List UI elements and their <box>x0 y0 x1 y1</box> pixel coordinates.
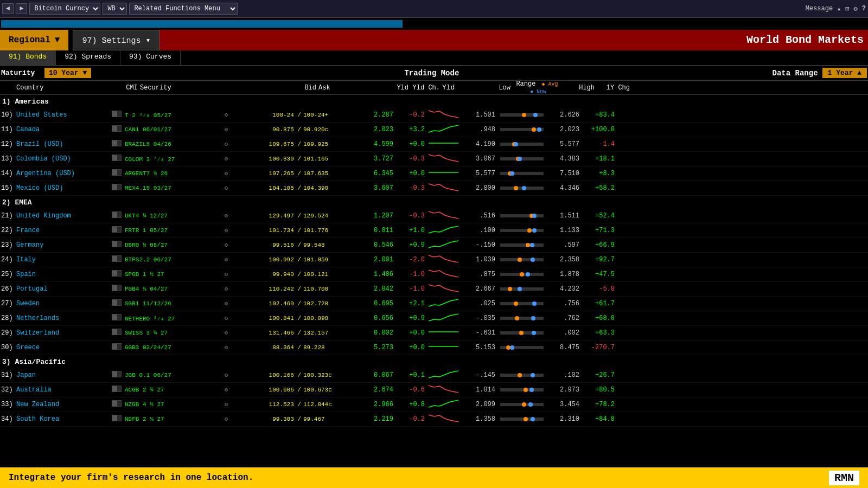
row-chart <box>427 397 459 412</box>
row-num: 11) <box>1 126 16 133</box>
row-1ychg: +84.8 <box>582 415 617 423</box>
row-chart <box>427 166 459 181</box>
row-chart <box>427 311 459 325</box>
row-cmi <box>108 169 125 178</box>
row-yld-ch: -0.2 <box>395 415 427 423</box>
row-low: 5.577 <box>459 170 497 177</box>
row-yld: 2.674 <box>363 386 395 394</box>
row-yld: 2.287 <box>363 111 395 119</box>
row-num: 10) <box>1 111 16 119</box>
help-icon[interactable]: ? <box>862 5 866 12</box>
row-country: Brazil (USD) <box>16 140 108 148</box>
table-row[interactable]: 13) Colombia (USD) COLOM 3 ⁷⁄₈ 27 ⊙ 100.… <box>0 152 868 166</box>
row-chart <box>427 412 459 426</box>
settings-button[interactable]: 97) Settings ▾ <box>73 30 159 50</box>
mode-select[interactable]: WB <box>103 3 127 15</box>
star-icon[interactable]: ★ <box>837 5 841 13</box>
table-row[interactable]: 23) Germany DBR0 ½ 08/27 ⊙ 99.516 / 99.5… <box>0 238 868 253</box>
ticker-select[interactable]: Bitcoin Curncy <box>29 3 100 15</box>
row-yld: 4.599 <box>363 140 395 148</box>
tab-bonds[interactable]: 91) Bonds <box>0 50 56 65</box>
table-row[interactable]: 10) United States T 2 ³⁄₈ 05/27 ⊙ 100-24… <box>0 108 868 123</box>
table-row[interactable]: 22) France FRTR 1 05/27 ⊙ 101.734 / 101.… <box>0 223 868 238</box>
table-row[interactable]: 29) Switzerland SWISS 3 ¼ 27 ⊙ 131.466 /… <box>0 326 868 341</box>
row-cmi <box>108 155 125 163</box>
table-row[interactable]: 31) Japan JGB 0.1 06/27 ⊙ 100.166 / 100.… <box>0 368 868 383</box>
table-row[interactable]: 25) Spain SPGB 1 ½ 27 ⊙ 99.940 / 100.121… <box>0 267 868 282</box>
row-yld: 2.966 <box>363 401 395 408</box>
row-high: 4.232 <box>546 285 582 293</box>
table-row[interactable]: 21) United Kingdom UKT4 ¼ 12/27 ⊙ 129.49… <box>0 209 868 223</box>
row-country: Canada <box>16 126 108 133</box>
window-icon[interactable]: ⊞ <box>845 5 849 13</box>
maturity-value[interactable]: 10 Year ▼ <box>44 68 91 78</box>
row-chart <box>427 267 459 281</box>
row-1ychg: +18.1 <box>582 155 617 163</box>
row-country: Switzerland <box>16 329 108 337</box>
table-row[interactable]: 26) Portugal PGB4 ⅛ 04/27 ⊙ 110.242 / 11… <box>0 282 868 297</box>
row-icon: ⊙ <box>220 256 233 263</box>
row-icon: ⊙ <box>220 372 233 378</box>
forward-button[interactable]: ► <box>16 3 27 14</box>
gear-icon[interactable]: ⚙ <box>854 5 858 13</box>
row-country: Australia <box>16 386 108 394</box>
row-high: 3.454 <box>546 401 582 408</box>
tab-spreads[interactable]: 92) Spreads <box>56 50 120 65</box>
row-security: MEX4.15 03/27 <box>125 185 220 191</box>
row-yld-ch: +1.0 <box>395 227 427 234</box>
row-cmi <box>108 184 125 192</box>
row-chart <box>427 297 459 311</box>
row-icon: ⊙ <box>220 300 233 307</box>
table-row[interactable]: 33) New Zealand NZGB 4 ½ 27 ⊙ 112.523 / … <box>0 397 868 412</box>
row-num: 24) <box>1 256 16 264</box>
row-yld-ch: -0.6 <box>395 386 427 394</box>
row-bid: 112.523 / <box>233 401 303 408</box>
table-row[interactable]: 28) Netherlands NETHERO ³⁄₄ 27 ⊙ 100.841… <box>0 311 868 326</box>
country-col-header: Country <box>16 84 124 92</box>
table-row[interactable]: 27) Sweden SGB1 11/12/26 ⊙ 102.469 / 102… <box>0 297 868 311</box>
row-yld: 2.219 <box>363 415 395 423</box>
row-range <box>497 271 546 279</box>
row-yld: 0.811 <box>363 227 395 234</box>
table-row[interactable]: 14) Argentina (USD) ARGENT7 ½ 26 ⊙ 107.2… <box>0 166 868 181</box>
table-row[interactable]: 32) Australia ACGB 2 ¾ 27 ⊙ 100.606 / 10… <box>0 383 868 397</box>
back-button[interactable]: ◄ <box>2 3 14 14</box>
row-ask: 89.228 <box>303 344 363 351</box>
row-low: .025 <box>459 300 497 307</box>
row-country: Japan <box>16 371 108 379</box>
row-1ychg: +52.4 <box>582 212 617 220</box>
row-yld: 0.656 <box>363 314 395 322</box>
row-chart <box>427 253 459 267</box>
table-row[interactable]: 34) South Korea NDFB 2 ⅛ 27 ⊙ 99.303 / 9… <box>0 412 868 427</box>
tab-curves[interactable]: 93) Curves <box>120 50 181 65</box>
row-security: JGB 0.1 06/27 <box>125 372 220 378</box>
row-chart <box>427 209 459 223</box>
row-yld-ch: -1.0 <box>395 285 427 293</box>
row-high: .002 <box>546 329 582 337</box>
row-yld: 0.695 <box>363 300 395 307</box>
row-bid: 88.364 / <box>233 344 303 351</box>
row-low: 1.814 <box>459 386 497 394</box>
regional-button[interactable]: Regional ▼ <box>0 30 68 50</box>
data-range-value[interactable]: 1 Year ▲ <box>822 68 867 78</box>
row-ask: 101.059 <box>303 256 363 263</box>
row-ask: 102.728 <box>303 300 363 307</box>
row-ask: 101.776 <box>303 227 363 234</box>
table-row[interactable]: 11) Canada CAN1 06/01/27 ⊙ 90.875 / 90.9… <box>0 123 868 137</box>
row-ask: 107.635 <box>303 170 363 177</box>
related-functions-menu[interactable]: Related Functions Menu <box>129 3 238 15</box>
table-row[interactable]: 12) Brazil (USD) BRAZIL6 04/26 ⊙ 109.675… <box>0 137 868 152</box>
table-row[interactable]: 30) Greece GGB3 02/24/27 ⊙ 88.364 / 89.2… <box>0 341 868 355</box>
row-security: ACGB 2 ¾ 27 <box>125 387 220 393</box>
row-cmi <box>108 270 125 279</box>
section-header-asia_pacific: 3) Asia/Pacific <box>0 355 868 368</box>
row-ask: 110.708 <box>303 286 363 292</box>
table-row[interactable]: 24) Italy BTPS2.2 06/27 ⊙ 100.992 / 101.… <box>0 253 868 267</box>
row-icon: ⊙ <box>220 141 233 147</box>
row-num: 33) <box>1 401 16 408</box>
high-col-header: High <box>561 84 597 92</box>
message-label[interactable]: Message <box>806 5 833 12</box>
row-cmi <box>108 140 125 149</box>
table-row[interactable]: 15) Mexico (USD) MEX4.15 03/27 ⊙ 104.105… <box>0 181 868 196</box>
row-range <box>497 285 546 293</box>
